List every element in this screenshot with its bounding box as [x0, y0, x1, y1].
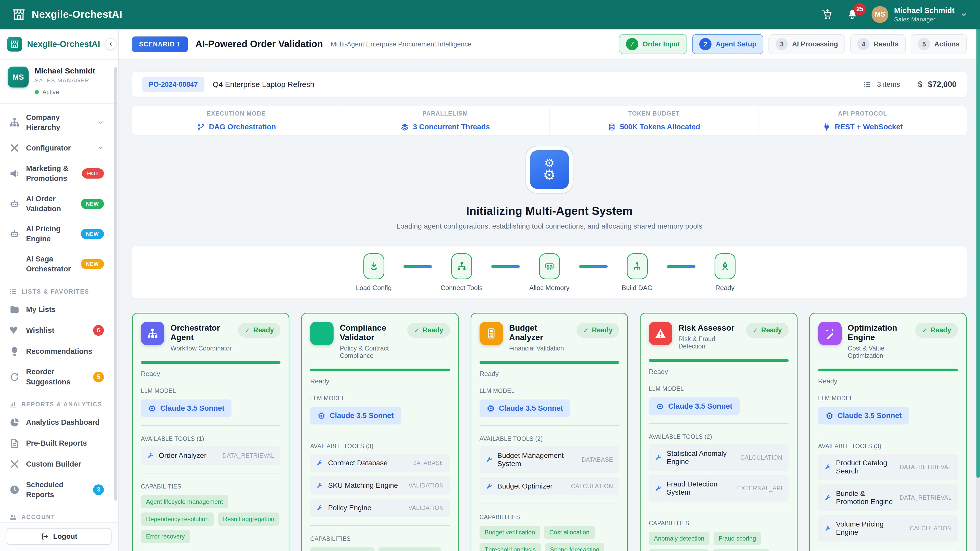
logout-icon — [41, 533, 48, 540]
sidebar-item-label: Custom Builder — [26, 459, 104, 469]
step-number: 2 — [699, 38, 711, 50]
cart-button[interactable] — [821, 9, 833, 21]
order-summary-card: PO-2024-00847 Q4 Enterprise Laptop Refre… — [132, 72, 967, 97]
sidebar-item-custom-builder[interactable]: Custom Builder — [0, 454, 118, 475]
step-number: 5 — [918, 38, 930, 50]
sidebar-item-configurator[interactable]: Configurator — [0, 138, 118, 159]
capabilities-label: CAPABILITIES — [141, 483, 280, 490]
execution-config-card: EXECUTION MODE DAG Orchestration PARALLE… — [132, 106, 967, 135]
progress-bar — [479, 361, 619, 364]
step-label: Results — [873, 40, 899, 48]
step-actions[interactable]: 5 Actions — [911, 34, 967, 54]
scrollbar-thumb[interactable] — [977, 29, 980, 478]
step-number: 3 — [776, 38, 788, 50]
status-badge: ✓ Ready — [238, 323, 281, 338]
sidebar-item-ai-order-validation[interactable]: AI Order Validation NEW — [0, 189, 118, 219]
sidebar-scrollbar[interactable] — [115, 67, 118, 501]
step-label: Agent Setup — [716, 40, 756, 48]
init-step-build-dag: Build DAG — [614, 253, 660, 292]
compliance-icon — [310, 322, 334, 345]
plug-icon — [822, 123, 831, 131]
chevron-left-icon — [108, 41, 114, 47]
user-name: Michael Schmidt — [894, 6, 955, 15]
check-icon: ✓ — [245, 327, 250, 334]
content: PO-2024-00847 Q4 Enterprise Laptop Refre… — [119, 72, 980, 551]
sidebar-item-ai-pricing-engine[interactable]: AI Pricing Engine NEW — [0, 219, 118, 249]
refresh-icon — [9, 372, 20, 383]
step-label: Actions — [934, 40, 959, 48]
wrench-icon — [147, 452, 154, 459]
robot-icon — [9, 198, 20, 209]
folder-icon — [9, 304, 20, 315]
sidebar-item-recommendations[interactable]: Recommendations — [0, 341, 118, 362]
sidebar-item-pre-built-reports[interactable]: Pre-Built Reports — [0, 433, 118, 454]
tools-label: AVAILABLE TOOLS (2) — [649, 433, 788, 440]
sidebar-item-marketing-promotions[interactable]: Marketing & Promotions HOT — [0, 159, 118, 189]
count-badge: 3 — [93, 484, 104, 495]
status-badge: ✓ Ready — [576, 323, 619, 338]
main-scrollbar[interactable] — [977, 29, 980, 551]
tree-icon — [632, 261, 642, 272]
init-progress-strip: Load Config Connect Tools Alloc Memory B… — [132, 246, 967, 299]
init-step-alloc-memory: Alloc Memory — [527, 253, 573, 292]
llm-model-chip: Claude 3.5 Sonnet — [310, 407, 401, 424]
logout-button[interactable]: Logout — [6, 528, 111, 545]
status-badge: ✓ Ready — [407, 323, 450, 338]
rocket-icon — [720, 261, 730, 272]
llm-model-label: LLM MODEL — [141, 387, 280, 394]
chevron-down-icon — [97, 144, 104, 151]
tool-row: Order Analyzer DATA_RETRIEVAL — [141, 446, 280, 465]
config-value: DAG Orchestration — [209, 123, 276, 131]
agent-card-orchestrator: Orchestrator Agent Workflow Coordinator … — [132, 313, 290, 551]
wrench-icon — [824, 525, 832, 532]
branch-icon — [197, 123, 205, 131]
sidebar-item-scheduled-reports[interactable]: Scheduled Reports 3 — [0, 475, 118, 505]
agent-name: Orchestrator Agent — [170, 323, 232, 342]
status-dot — [35, 90, 39, 94]
pie-chart-icon — [9, 417, 20, 428]
token-budget: TOKEN BUDGET 500K Tokens Allocated — [549, 108, 758, 134]
sidebar-item-my-lists[interactable]: My Lists — [0, 299, 118, 320]
sidebar-item-label: Marketing & Promotions — [26, 164, 76, 183]
step-label: AI Processing — [792, 40, 838, 48]
logout-area: Logout — [0, 522, 118, 551]
cpu-icon — [656, 402, 664, 410]
list-icon — [9, 288, 17, 295]
sidebar-item-company-hierarchy[interactable]: Company Hierarchy — [0, 107, 118, 138]
dollar-icon: $ — [918, 80, 922, 89]
notifications-button[interactable]: 25 — [846, 9, 858, 21]
agent-name: Optimization Engine — [848, 323, 909, 342]
step-ai-processing[interactable]: 3 AI Processing — [768, 34, 845, 54]
sidebar-item-label: Scheduled Reports — [26, 480, 87, 500]
tools-label: AVAILABLE TOOLS (3) — [818, 443, 958, 450]
sidebar-profile: MS Michael Schmidt SALES MANAGER Active — [0, 60, 118, 104]
agent-role: Workflow Coordinator — [170, 345, 232, 352]
step-agent-setup[interactable]: 2 Agent Setup — [692, 34, 763, 54]
step-order-input[interactable]: ✓ Order Input — [619, 34, 687, 54]
agent-card-compliance: Compliance Validator Policy & Contract C… — [301, 313, 458, 551]
init-icon-ring: ⚙ ⚙ — [525, 146, 573, 194]
sidebar-item-wishlist[interactable]: ♥ Wishlist 6 — [0, 320, 118, 341]
chevron-down-icon — [97, 119, 104, 126]
wrench-icon — [824, 464, 832, 471]
sidebar-collapse-button[interactable] — [105, 38, 117, 50]
sidebar-item-ai-saga-orchestrator[interactable]: AI Saga Orchestrator NEW — [0, 249, 118, 279]
tool-row: Statistical Anomaly Engine CALCULATION — [649, 445, 788, 471]
agent-role: Cost & Value Optimization — [848, 345, 909, 359]
status-label: Active — [42, 89, 59, 96]
user-menu[interactable]: MS Michael Schmidt Sales Manager — [872, 6, 968, 23]
agent-card-optimization: Optimization Engine Cost & Value Optimiz… — [809, 313, 967, 551]
avatar: MS — [8, 67, 29, 87]
sidebar-item-reorder-suggestions[interactable]: Reorder Suggestions 5 — [0, 362, 118, 392]
user-gear-icon — [9, 513, 17, 521]
config-label: TOKEN BUDGET — [550, 110, 758, 117]
api-protocol: API PROTOCOL REST + WebSocket — [758, 108, 967, 134]
llm-model-label: LLM MODEL — [479, 387, 619, 394]
sidebar-item-label: My Lists — [26, 305, 104, 314]
page-title: AI-Powered Order Validation — [196, 39, 323, 49]
sidebar-item-analytics-dashboard[interactable]: Analytics Dashboard — [0, 412, 118, 433]
step-results[interactable]: 4 Results — [850, 34, 906, 54]
init-step-connect-tools: Connect Tools — [439, 253, 485, 292]
sidebar-item-label: Reorder Suggestions — [26, 367, 87, 387]
tools-label: AVAILABLE TOOLS (2) — [479, 435, 619, 442]
